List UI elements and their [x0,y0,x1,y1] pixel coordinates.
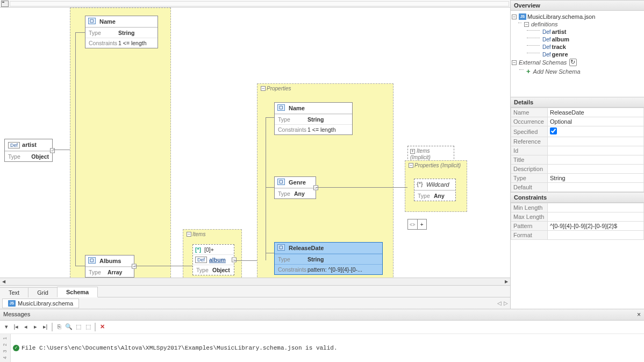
node-title: Genre [289,179,306,186]
close-icon[interactable]: × [637,311,641,318]
schema-canvas[interactable]: Defartist TypeObject − ▢Name TypeString … [0,8,510,278]
horizontal-scrollbar[interactable]: ◀ ▶ [0,278,510,285]
constraint-value[interactable] [548,231,644,240]
canvas-breadcrumb-bar[interactable] [10,1,509,6]
tree-def-album[interactable]: Def album [512,36,643,43]
detail-cell[interactable] [548,165,644,174]
tree-external-schemas[interactable]: − External Schemas [512,58,643,67]
combined-toggle[interactable]: ◦□◦ + [407,219,427,230]
overview-panel: − JS MusicLibrary.schema.json − definiti… [511,11,644,97]
file-tab[interactable]: JS MusicLibrary.schema [2,299,79,308]
node-albums[interactable]: ▢Albums TypeArray − [85,255,134,278]
tab-text[interactable]: Text [0,287,28,297]
tree-def-genre[interactable]: Def genre [512,51,643,58]
def-link[interactable]: album [209,257,231,263]
copy-icon[interactable]: ⎘ [55,322,63,331]
tree-root[interactable]: − JS MusicLibrary.schema.json [512,13,643,20]
node-album-ref[interactable]: [*][0]+ Defalbum TypeObject − [192,244,234,275]
prop-val: 1 <= length [307,126,349,133]
messages-panel: Messages × ▾ |◂ ◂ ▸ ▸| ⎘ 🔍 ⬚ ⬚ ✕ 1234 ✓ … [0,309,644,362]
detail-cell[interactable]: String [548,174,644,183]
detail-key: Title [511,155,548,165]
def-badge: Def [8,142,20,148]
specified-checkbox[interactable] [550,127,557,134]
nav-next-icon[interactable]: ▸ [31,322,40,331]
constraint-key: Max Length [511,212,548,222]
object-icon: ▢ [277,179,285,185]
detail-key: Reference [511,137,548,146]
tree-label: definitions [531,21,558,27]
tree-collapse-icon[interactable]: − [524,22,529,27]
prop-val: 1 <= length [118,40,154,46]
node-title: Albums [99,258,121,264]
find-prev-icon[interactable]: ⬚ [74,322,83,331]
tab-grid[interactable]: Grid [28,287,58,297]
detail-cell[interactable] [548,137,644,146]
clear-icon[interactable]: ✕ [98,322,106,331]
scroll-left-icon[interactable]: ◀ [0,278,8,286]
nav-first-icon[interactable]: |◂ [12,322,20,331]
detail-cell[interactable]: ReleaseDate [548,108,644,117]
node-name-2[interactable]: ▢Name TypeString Constraints1 <= length [274,102,353,135]
tree-definitions[interactable]: − definitions [512,20,643,28]
detail-value[interactable]: ReleaseDate [550,109,584,116]
tree-collapse-icon[interactable]: − [512,15,517,19]
node-items-implicit[interactable]: + Items (Implicit) [407,146,454,162]
detail-value[interactable]: String [550,175,566,181]
tab-prev-icon[interactable]: ◁ [497,300,502,306]
group-label: −Properties [261,86,291,91]
constraint-value[interactable] [548,203,644,212]
tree-add-new-schema[interactable]: + Add New Schema [512,67,643,76]
detail-cell[interactable] [548,183,644,192]
constraint-value[interactable] [548,212,644,222]
tab-next-icon[interactable]: ▷ [504,300,508,306]
prop-val: String [307,256,379,262]
tree-collapse-icon[interactable]: − [512,60,517,65]
root-view-icon[interactable] [1,1,9,7]
tree-def-artist[interactable]: Def artist [512,28,643,36]
overview-panel-header: Overview [511,0,644,11]
expand-icon[interactable]: + [418,219,427,229]
details-panel-header: Details [511,97,644,108]
collapse-icon[interactable]: − [187,232,191,237]
node-title: Wildcard [426,181,449,188]
constraint-key: Min Length [511,203,548,212]
collapse-icon[interactable]: − [261,86,266,91]
node-wildcard[interactable]: {*}Wildcard TypeAny [414,179,456,201]
success-icon: ✓ [13,345,19,351]
tree-def-track[interactable]: Def track [512,43,643,51]
expand-toggle[interactable]: − [50,148,55,153]
prop-val: pattern: ^[0-9]{4}-[0-... [307,266,379,273]
object-icon: ▢ [88,257,96,264]
expand-toggle[interactable]: − [232,258,237,262]
detail-key: Occurrence [511,117,548,126]
collapse-icon[interactable]: − [409,163,413,168]
filter-icon[interactable]: ▾ [2,322,11,331]
constraint-key: Pattern [511,222,548,231]
find-next-icon[interactable]: ⬚ [84,322,92,331]
detail-cell[interactable]: Optional [548,117,644,126]
node-releasedate[interactable]: ▢ReleaseDate TypeString Constraintspatte… [274,242,383,275]
message-row[interactable]: ✓ File C:\Users\enc\Documents\Altova\XML… [11,334,644,362]
node-name-1[interactable]: ▢Name TypeString Constraints1 <= length [85,16,158,48]
expand-icon[interactable]: + [410,149,415,154]
expand-toggle[interactable]: − [313,186,318,190]
node-genre[interactable]: ▢Genre TypeAny − [274,176,316,199]
expand-toggle[interactable]: − [132,264,137,269]
node-title: Name [99,18,116,25]
constraint-value[interactable]: ^[0-9]{4}-[0-9]{2}-[0-9]{2}$ [548,222,644,231]
message-gutter[interactable]: 1234 [0,334,11,362]
nav-last-icon[interactable]: ▸| [41,322,49,331]
detail-cell[interactable] [548,146,644,155]
find-icon[interactable]: 🔍 [65,322,73,331]
node-artist[interactable]: Defartist TypeObject − [4,139,53,162]
nav-prev-icon[interactable]: ◂ [22,322,30,331]
tab-schema[interactable]: Schema [57,287,98,297]
refresh-icon[interactable] [569,59,577,66]
detail-cell[interactable] [548,126,644,137]
detail-cell[interactable] [548,155,644,165]
object-icon: ▢ [277,104,285,111]
detail-value[interactable]: Optional [550,118,572,125]
scroll-right-icon[interactable]: ▶ [503,278,510,286]
wildcard-icon: {*} [417,181,423,187]
